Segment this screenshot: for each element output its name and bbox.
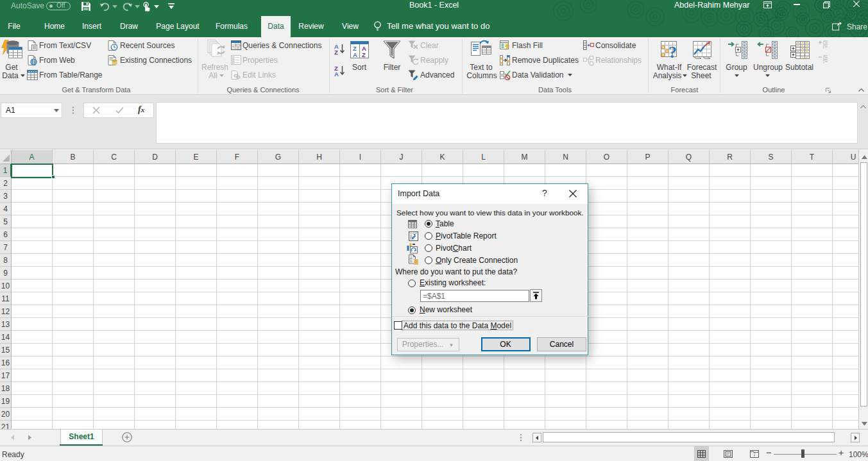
svg-text:Z: Z — [334, 49, 338, 55]
svg-text:A: A — [353, 51, 357, 58]
svg-text:?: ? — [668, 43, 677, 59]
svg-text:A: A — [334, 71, 339, 77]
svg-text:Z: Z — [362, 51, 366, 58]
